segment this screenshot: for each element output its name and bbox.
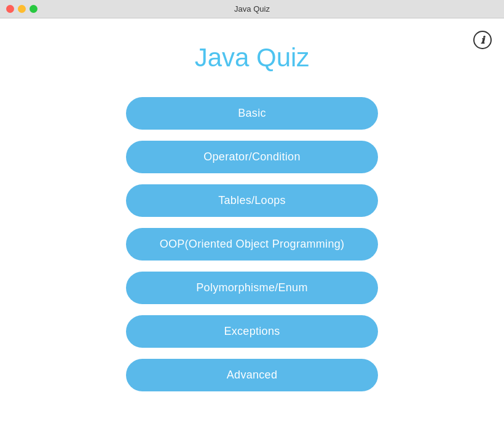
quiz-button-operator-condition[interactable]: Operator/Condition <box>126 141 378 173</box>
quiz-button-basic[interactable]: Basic <box>126 97 378 130</box>
app-container: ℹ Java Quiz BasicOperator/ConditionTable… <box>0 18 504 435</box>
quiz-button-tables-loops[interactable]: Tables/Loops <box>126 184 378 217</box>
quiz-button-exceptions[interactable]: Exceptions <box>126 315 378 348</box>
quiz-buttons-container: BasicOperator/ConditionTables/LoopsOOP(O… <box>12 97 492 391</box>
window-title: Java Quiz <box>234 4 270 14</box>
maximize-button[interactable] <box>30 5 37 13</box>
quiz-button-oop[interactable]: OOP(Oriented Object Programming) <box>126 228 378 261</box>
app-title: Java Quiz <box>195 43 310 72</box>
window-controls <box>6 5 37 13</box>
quiz-button-advanced[interactable]: Advanced <box>126 359 378 391</box>
minimize-button[interactable] <box>18 5 26 13</box>
close-button[interactable] <box>6 5 14 13</box>
info-icon[interactable]: ℹ <box>473 31 492 49</box>
quiz-button-polymorphisme-enum[interactable]: Polymorphisme/Enum <box>126 272 378 304</box>
title-bar: Java Quiz <box>0 0 504 18</box>
